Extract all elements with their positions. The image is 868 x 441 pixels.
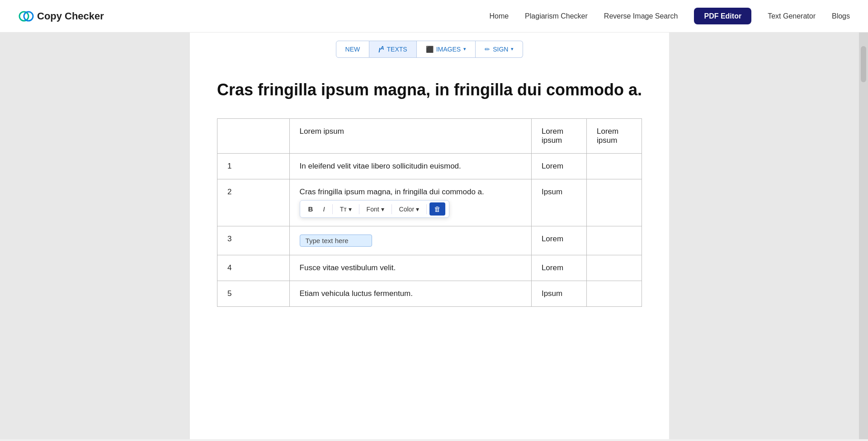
nav-links: Home Plagiarism Checker Reverse Image Se…	[489, 12, 850, 20]
floating-text-toolbar: B I Tт ▾ Font ▾	[300, 200, 449, 218]
delete-btn[interactable]: 🗑	[429, 202, 445, 216]
logo[interactable]: Copy Checker	[18, 8, 104, 24]
scrollbar-track[interactable]	[859, 33, 868, 439]
nav-reverse-image[interactable]: Reverse Image Search	[604, 12, 678, 20]
nav-plagiarism[interactable]: Plagiarism Checker	[525, 12, 588, 20]
row-4-col3: Lorem	[531, 255, 586, 281]
row-4-num: 4	[217, 255, 289, 281]
header-col-num	[217, 119, 289, 154]
row-3-col4	[586, 226, 642, 255]
nav-text-generator[interactable]: Text Generator	[768, 12, 816, 20]
row-1-col3: Lorem	[531, 154, 586, 179]
trash-icon: 🗑	[434, 205, 441, 213]
table-row: 5 Etiam vehicula luctus fermentum. Ipsum	[217, 281, 642, 307]
sign-caret: ▾	[511, 46, 514, 52]
row-4-main: Fusce vitae vestibulum velit.	[289, 255, 531, 281]
toolbar-sign-btn[interactable]: ✏ SIGN ▾	[476, 41, 523, 58]
bold-btn[interactable]: B	[304, 202, 318, 216]
table-header-row: Lorem ipsum Lorem ipsum Lorem ipsum	[217, 119, 642, 154]
pdf-toolbar-row: NEW IA TEXTS ⬛ IMAGES ▾ ✏ SIGN ▾	[217, 33, 642, 66]
row-5-col3: Ipsum	[531, 281, 586, 307]
toolbar-texts-btn[interactable]: IA TEXTS	[369, 41, 416, 58]
content-table: Lorem ipsum Lorem ipsum Lorem ipsum 1 In…	[217, 118, 642, 307]
color-btn[interactable]: Color ▾	[395, 203, 424, 216]
font-btn[interactable]: Font ▾	[362, 203, 389, 216]
table-row: 2 Cras fringilla ipsum magna, in fringil…	[217, 179, 642, 226]
row-2-col4	[586, 179, 642, 226]
row-5-num: 5	[217, 281, 289, 307]
logo-icon	[18, 8, 34, 24]
nav-home[interactable]: Home	[489, 12, 509, 20]
row-5-col4	[586, 281, 642, 307]
row-3-main: Type text here	[289, 226, 531, 255]
row-4-col4	[586, 255, 642, 281]
navbar: Copy Checker Home Plagiarism Checker Rev…	[0, 0, 868, 33]
logo-text-right: Checker	[65, 10, 104, 22]
toolbar-separator-4	[426, 204, 427, 214]
header-col-main: Lorem ipsum	[289, 119, 531, 154]
row-1-num: 1	[217, 154, 289, 179]
row-5-main: Etiam vehicula luctus fermentum.	[289, 281, 531, 307]
row-2-col3: Ipsum	[531, 179, 586, 226]
row-2-num: 2	[217, 179, 289, 226]
row-2-main: Cras fringilla ipsum magna, in fringilla…	[289, 179, 531, 226]
toolbar-new-btn[interactable]: NEW	[336, 41, 370, 58]
table-row: 1 In eleifend velit vitae libero sollici…	[217, 154, 642, 179]
table-row: 3 Type text here Lorem	[217, 226, 642, 255]
row-3-col3: Lorem	[531, 226, 586, 255]
table-row: 4 Fusce vitae vestibulum velit. Lorem	[217, 255, 642, 281]
images-caret: ▾	[463, 46, 466, 52]
toolbar-separator-2	[359, 204, 359, 214]
sign-icon: ✏	[485, 46, 490, 53]
page-wrapper: NEW IA TEXTS ⬛ IMAGES ▾ ✏ SIGN ▾ Cras fr…	[0, 33, 868, 439]
document-title: Cras fringilla ipsum magna, in fringilla…	[217, 80, 642, 101]
row-1-col4	[586, 154, 642, 179]
font-size-btn[interactable]: Tт ▾	[335, 203, 356, 216]
nav-blogs[interactable]: Blogs	[832, 12, 850, 20]
row-3-num: 3	[217, 226, 289, 255]
scrollbar-thumb[interactable]	[861, 46, 866, 82]
header-col-b: Lorem ipsum	[531, 119, 586, 154]
toolbar-separator-3	[392, 204, 392, 214]
images-icon: ⬛	[426, 46, 434, 53]
logo-text-left: Copy	[37, 10, 62, 22]
main-content: NEW IA TEXTS ⬛ IMAGES ▾ ✏ SIGN ▾ Cras fr…	[190, 33, 669, 439]
font-caret: ▾	[381, 206, 384, 213]
toolbar-separator-1	[332, 204, 333, 214]
italic-btn[interactable]: I	[318, 202, 329, 216]
toolbar-images-btn[interactable]: ⬛ IMAGES ▾	[417, 41, 476, 58]
color-caret: ▾	[416, 206, 419, 213]
texts-icon: IA	[378, 45, 384, 54]
nav-pdf-editor[interactable]: PDF Editor	[694, 8, 751, 24]
header-col-c: Lorem ipsum	[586, 119, 642, 154]
row-1-main: In eleifend velit vitae libero sollicitu…	[289, 154, 531, 179]
size-caret: ▾	[349, 206, 352, 213]
type-text-input[interactable]: Type text here	[300, 235, 372, 247]
